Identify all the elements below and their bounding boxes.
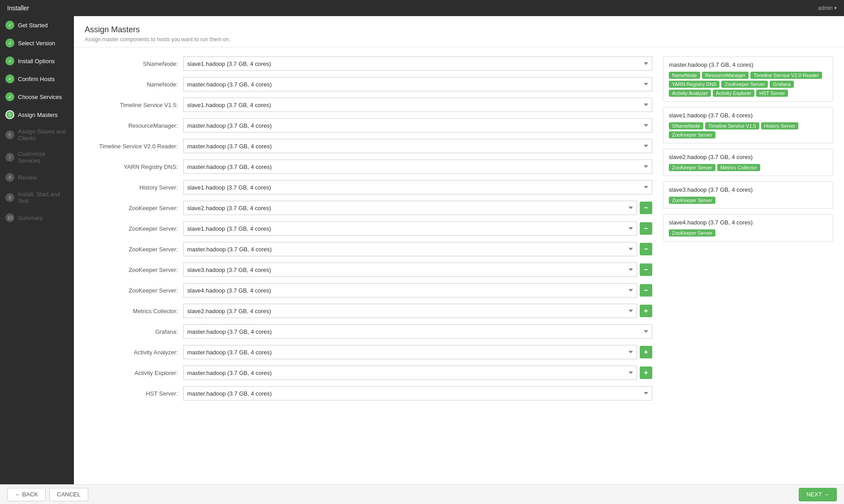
form-row-9: ZooKeeper Server:master.hadoop (3.7 GB, …: [85, 242, 652, 256]
cancel-button[interactable]: CANCEL: [49, 488, 88, 501]
host-summary: master.hadoop (3.7 GB, 4 cores)NameNodeR…: [663, 56, 833, 407]
sidebar: ✓Get Started✓Select Version✓Install Opti…: [0, 16, 74, 484]
step-icon-confirm-hosts: ✓: [5, 74, 14, 83]
plus-button-15[interactable]: +: [640, 366, 652, 379]
form-input-wrap-13: master.hadoop (3.7 GB, 4 cores): [183, 324, 652, 339]
form-select-13[interactable]: master.hadoop (3.7 GB, 4 cores): [183, 324, 652, 339]
host-tags-2: ZooKeeper ServerMetrics Collector: [669, 164, 827, 171]
form-input-wrap-2: slave1.hadoop (3.7 GB, 4 cores): [183, 98, 652, 112]
sidebar-label-install-start-test: Install, Start and Test: [18, 191, 69, 204]
step-icon-install-start-test: 9: [5, 193, 14, 202]
form-select-11[interactable]: slave4.hadoop (3.7 GB, 4 cores): [183, 283, 637, 297]
form-section: SNameNode:slave1.hadoop (3.7 GB, 4 cores…: [85, 56, 652, 407]
sidebar-item-assign-masters[interactable]: 5Assign Masters: [0, 106, 74, 124]
form-row-14: Activity Analyzer:master.hadoop (3.7 GB,…: [85, 345, 652, 359]
form-label-11: ZooKeeper Server:: [85, 287, 183, 294]
sidebar-label-select-version: Select Version: [18, 40, 55, 47]
host-tags-3: ZooKeeper Server: [669, 197, 827, 204]
sidebar-item-review: 8Review: [0, 168, 74, 186]
form-label-12: Metrics Collector:: [85, 308, 183, 314]
form-select-4[interactable]: master.hadoop (3.7 GB, 4 cores): [183, 139, 652, 153]
sidebar-item-install-start-test: 9Install, Start and Test: [0, 186, 74, 209]
main-content: Assign Masters Assign master components …: [74, 16, 844, 484]
form-select-10[interactable]: slave3.hadoop (3.7 GB, 4 cores): [183, 263, 637, 277]
form-select-12[interactable]: slave2.hadoop (3.7 GB, 4 cores): [183, 304, 637, 318]
form-row-0: SNameNode:slave1.hadoop (3.7 GB, 4 cores…: [85, 56, 652, 71]
form-select-7[interactable]: slave2.hadoop (3.7 GB, 4 cores): [183, 201, 637, 215]
host-tag-0-5: Grafana: [770, 81, 794, 88]
form-label-1: NameNode:: [85, 81, 183, 88]
minus-button-7[interactable]: −: [640, 202, 652, 214]
minus-button-10[interactable]: −: [640, 263, 652, 276]
user-menu[interactable]: admin ▾: [818, 5, 837, 11]
form-select-14[interactable]: master.hadoop (3.7 GB, 4 cores): [183, 345, 637, 359]
form-select-0[interactable]: slave1.hadoop (3.7 GB, 4 cores): [183, 56, 652, 71]
form-row-6: History Server:slave1.hadoop (3.7 GB, 4 …: [85, 180, 652, 194]
sidebar-label-install-options: Install Options: [18, 58, 55, 65]
form-select-1[interactable]: master.hadoop (3.7 GB, 4 cores): [183, 77, 652, 91]
form-input-wrap-6: slave1.hadoop (3.7 GB, 4 cores): [183, 180, 652, 194]
content-body: SNameNode:slave1.hadoop (3.7 GB, 4 cores…: [74, 47, 844, 416]
host-tag-2-1: Metrics Collector: [717, 164, 760, 171]
form-input-wrap-14: master.hadoop (3.7 GB, 4 cores)+: [183, 345, 652, 359]
form-row-12: Metrics Collector:slave2.hadoop (3.7 GB,…: [85, 304, 652, 318]
form-input-wrap-4: master.hadoop (3.7 GB, 4 cores): [183, 139, 652, 153]
form-label-9: ZooKeeper Server:: [85, 246, 183, 253]
step-icon-customize-services: 7: [5, 153, 14, 162]
step-icon-assign-masters: 5: [5, 110, 14, 119]
minus-button-11[interactable]: −: [640, 284, 652, 297]
content-header: Assign Masters Assign master components …: [74, 16, 844, 47]
sidebar-item-confirm-hosts[interactable]: ✓Confirm Hosts: [0, 70, 74, 88]
minus-button-8[interactable]: −: [640, 222, 652, 235]
step-icon-summary: 10: [5, 213, 14, 222]
next-button[interactable]: NEXT →: [799, 488, 837, 501]
host-card-0: master.hadoop (3.7 GB, 4 cores)NameNodeR…: [663, 56, 833, 102]
form-input-wrap-16: master.hadoop (3.7 GB, 4 cores): [183, 386, 652, 401]
host-tag-1-0: SNameNode: [669, 122, 703, 129]
form-row-4: Timeline Service V2.0 Reader:master.hado…: [85, 139, 652, 153]
sidebar-item-summary: 10Summary: [0, 209, 74, 227]
sidebar-item-customize-services: 7Customize Services: [0, 146, 74, 168]
form-row-11: ZooKeeper Server:slave4.hadoop (3.7 GB, …: [85, 283, 652, 297]
bottom-bar: ← BACK CANCEL NEXT →: [0, 484, 844, 504]
host-tags-0: NameNodeResourceManagerTimeline Service …: [669, 72, 827, 97]
step-icon-install-options: ✓: [5, 56, 14, 65]
host-tags-1: SNameNodeTimeline Service V1.5History Se…: [669, 122, 827, 138]
form-row-5: YARN Registry DNS:master.hadoop (3.7 GB,…: [85, 159, 652, 174]
form-select-3[interactable]: master.hadoop (3.7 GB, 4 cores): [183, 118, 652, 133]
form-row-2: Timeline Service V1.5:slave1.hadoop (3.7…: [85, 98, 652, 112]
form-input-wrap-10: slave3.hadoop (3.7 GB, 4 cores)−: [183, 263, 652, 277]
form-select-2[interactable]: slave1.hadoop (3.7 GB, 4 cores): [183, 98, 652, 112]
sidebar-item-select-version[interactable]: ✓Select Version: [0, 34, 74, 52]
host-tag-0-3: YARN Registry DNS: [669, 81, 719, 88]
form-label-10: ZooKeeper Server:: [85, 267, 183, 273]
host-tag-0-8: HST Server: [756, 90, 788, 97]
minus-button-9[interactable]: −: [640, 243, 652, 255]
step-icon-assign-slaves: 6: [5, 130, 14, 139]
host-tag-0-7: Activity Explorer: [713, 90, 754, 97]
plus-button-14[interactable]: +: [640, 346, 652, 358]
form-select-9[interactable]: master.hadoop (3.7 GB, 4 cores): [183, 242, 637, 256]
host-card-title-3: slave3.hadoop (3.7 GB, 4 cores): [669, 186, 827, 193]
form-label-5: YARN Registry DNS:: [85, 164, 183, 170]
form-select-5[interactable]: master.hadoop (3.7 GB, 4 cores): [183, 159, 652, 174]
page-title: Assign Masters: [85, 25, 833, 34]
form-select-16[interactable]: master.hadoop (3.7 GB, 4 cores): [183, 386, 652, 401]
host-tag-1-2: History Server: [761, 122, 799, 129]
step-icon-select-version: ✓: [5, 39, 14, 47]
form-input-wrap-11: slave4.hadoop (3.7 GB, 4 cores)−: [183, 283, 652, 297]
form-select-15[interactable]: master.hadoop (3.7 GB, 4 cores): [183, 366, 637, 380]
form-label-16: HST Server:: [85, 390, 183, 397]
form-input-wrap-1: master.hadoop (3.7 GB, 4 cores): [183, 77, 652, 91]
sidebar-label-assign-masters: Assign Masters: [18, 112, 58, 118]
form-row-7: ZooKeeper Server:slave2.hadoop (3.7 GB, …: [85, 201, 652, 215]
sidebar-item-install-options[interactable]: ✓Install Options: [0, 52, 74, 70]
form-select-6[interactable]: slave1.hadoop (3.7 GB, 4 cores): [183, 180, 652, 194]
sidebar-item-choose-services[interactable]: ✓Choose Services: [0, 88, 74, 106]
sidebar-item-get-started[interactable]: ✓Get Started: [0, 16, 74, 34]
step-icon-get-started: ✓: [5, 21, 14, 30]
form-row-8: ZooKeeper Server:slave1.hadoop (3.7 GB, …: [85, 221, 652, 236]
back-button[interactable]: ← BACK: [7, 488, 46, 501]
form-select-8[interactable]: slave1.hadoop (3.7 GB, 4 cores): [183, 221, 637, 236]
plus-button-12[interactable]: +: [640, 305, 652, 317]
